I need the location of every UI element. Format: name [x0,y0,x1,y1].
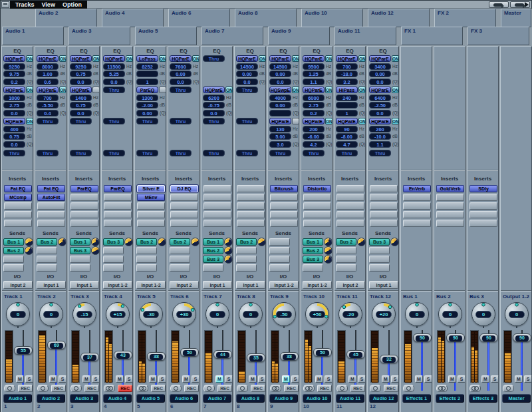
insert-slot-empty[interactable] [170,220,198,227]
fader-handle[interactable]: 55 [14,346,33,355]
eq-gain-field[interactable]: 9.75 [3,71,25,77]
send-level-knob[interactable] [191,238,200,246]
solo-button[interactable]: S [258,375,266,383]
pan-knob[interactable]: 0 [39,302,63,326]
channel-header-plate-audio-3[interactable]: Audio 3 [68,27,130,45]
io-input-button[interactable]: Input 1-2 [103,281,132,289]
pan-knob[interactable]: 0 [205,302,229,326]
eq-thru-button[interactable]: Thru [236,150,258,156]
eq-on-button[interactable]: ON [225,87,233,93]
channel-header-plate-audio-4[interactable]: Audio 4 [102,9,164,27]
eq-thru-button[interactable]: Thru [236,118,258,124]
channel-mode-button[interactable] [403,385,414,392]
channel-header-plate-fx-3[interactable]: FX 3 [467,27,529,45]
menu-tracks[interactable]: Tracks [15,1,35,9]
eq-q-field[interactable]: 1.1 [303,79,325,85]
channel-mode-button[interactable] [270,385,281,392]
eq-thru-button[interactable]: Thru [103,87,125,93]
window-menu-icon[interactable] [1,1,9,8]
channel-header-plate-master[interactable]: Master [501,9,531,27]
eq-on-button[interactable]: ON [192,55,200,62]
solo-button[interactable]: S [291,375,299,383]
send-level-knob[interactable] [25,246,33,255]
insert-slot-empty[interactable] [336,185,364,192]
eq-gain-field[interactable]: -10.0 [369,133,391,140]
mute-button[interactable]: M [315,375,323,383]
pan-value[interactable]: -15 [76,311,92,318]
fader-handle[interactable]: 37 [80,353,99,361]
send-slot-empty[interactable] [37,247,57,254]
eq-q-field[interactable]: 1 [136,79,158,85]
eq-on-button[interactable]: ON [325,118,332,124]
send-level-knob[interactable] [158,238,166,246]
solo-button[interactable]: S [25,375,33,383]
eq-q-field[interactable]: 1.1 [369,141,391,148]
eq-gain-field[interactable]: 2.75 [3,102,25,108]
send-bus-button[interactable]: Bus 2 [236,238,257,246]
send-level-knob[interactable] [91,238,100,246]
insert-slot[interactable]: MComp [4,194,32,201]
pan-knob[interactable]: 0 [438,302,462,326]
mute-button[interactable]: M [481,375,489,383]
eq-gain-field[interactable]: 2.75 [303,102,325,108]
insert-slot-empty[interactable] [203,185,231,192]
mute-button[interactable]: M [515,375,523,383]
insert-slot-empty[interactable] [469,220,497,227]
insert-slot-empty[interactable] [170,194,198,201]
insert-slot[interactable]: AutoFilt [37,194,65,201]
record-enable-button[interactable]: REC [317,385,332,392]
eq-on-button[interactable]: ON [392,87,399,93]
insert-slot-empty[interactable] [270,202,298,210]
eq-gain-field[interactable]: 5.00 [269,133,291,140]
solo-button[interactable]: S [458,375,466,383]
eq-freq-field[interactable]: 260 [369,126,391,132]
fader-handle[interactable]: 45 [346,350,365,359]
eq-thru-button[interactable]: Thru [336,150,358,156]
eq-q-field[interactable]: 4.7 [336,141,358,148]
send-slot-empty[interactable] [136,247,157,254]
eq-plugin-button[interactable]: HQParE [170,55,192,62]
insert-slot[interactable]: ParEQ [104,185,132,192]
eq-on-button[interactable]: ON [358,118,366,124]
track-name-button[interactable]: Audio 5 [136,394,165,403]
insert-slot-empty[interactable] [203,202,231,210]
eq-freq-field[interactable]: 9500 [303,63,325,70]
eq-gain-field[interactable]: 0.00 [236,71,258,77]
insert-slot[interactable]: MEnv [137,194,165,201]
eq-gain-field[interactable]: -18.0 [336,71,358,77]
eq-freq-field[interactable]: 130 [269,126,291,132]
track-name-button[interactable]: Audio 3 [70,394,98,403]
solo-button[interactable]: S [391,375,399,383]
pan-value[interactable]: 0 [409,311,425,318]
channel-mode-button[interactable] [237,385,248,392]
send-slot-empty[interactable] [236,256,257,263]
send-level-knob[interactable] [390,238,399,246]
eq-thru-button[interactable]: Thru [70,150,92,156]
eq-gain-field[interactable]: 1.25 [303,71,325,77]
fader-handle[interactable]: 43 [114,351,132,359]
eq-freq-field[interactable]: 3400 [369,63,391,70]
fader-handle[interactable]: 50 [180,348,199,357]
insert-slot-empty[interactable] [469,202,497,210]
channel-mode-button[interactable] [4,385,15,392]
insert-slot[interactable]: EnVerb [403,185,431,192]
mute-button[interactable]: M [215,375,223,383]
eq-gain-field[interactable]: -8.00 [336,133,358,140]
insert-slot-empty[interactable] [403,202,431,210]
solo-button[interactable]: S [92,375,100,383]
eq-freq-field[interactable]: 6200 [203,95,225,101]
insert-slot[interactable]: DJ EQ [170,185,198,192]
solo-button[interactable]: S [59,375,66,383]
insert-slot-empty[interactable] [237,220,265,227]
solo-button[interactable]: S [524,375,532,383]
eq-q-field[interactable]: 0.00 [136,110,158,116]
eq-on-button[interactable]: ON [259,55,266,62]
send-bus-button[interactable]: Bus 1 [303,238,323,246]
eq-plugin-button[interactable]: HQSwpE [269,87,291,93]
track-name-button[interactable]: Audio 1 [3,394,32,403]
channel-header-plate-audio-12[interactable]: Audio 12 [368,9,430,27]
eq-plugin-button[interactable]: HQParE [3,118,25,124]
eq-thru-button[interactable]: Thru [170,87,192,93]
eq-on-button[interactable]: ON [59,55,66,62]
eq-freq-field[interactable]: 7600 [170,63,192,70]
